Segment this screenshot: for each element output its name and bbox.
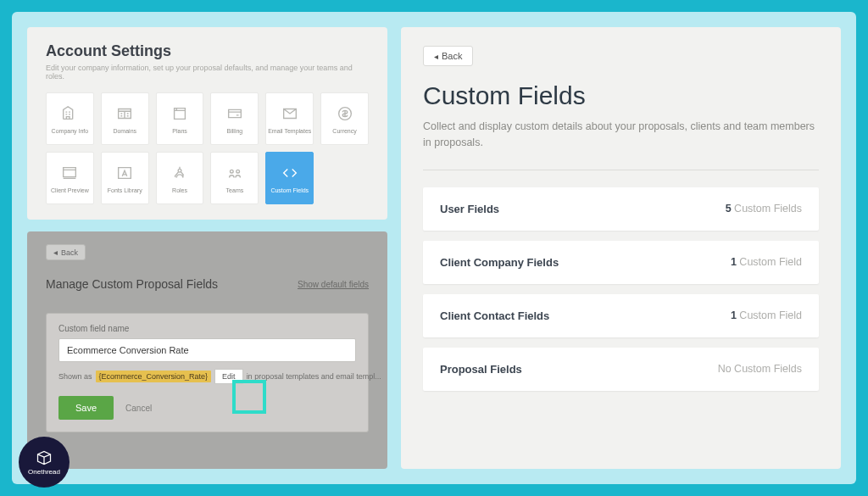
custom-fields-title: Custom Fields (423, 81, 819, 110)
shown-as-suffix: in proposal templates and email templ... (247, 372, 381, 381)
field-name-input[interactable] (58, 338, 356, 362)
logo-text: Onethread (28, 468, 60, 476)
field-tag: {Ecommerce_Conversion_Rate} (96, 371, 212, 382)
tile-label: Client Preview (51, 187, 89, 193)
settings-tile-fonts[interactable]: Fonts Library (101, 152, 149, 204)
settings-tile-code[interactable]: Custom Fields (265, 152, 314, 204)
show-default-fields-link[interactable]: Show default fields (298, 280, 369, 289)
tile-label: Plans (172, 128, 187, 134)
plans-icon (170, 104, 190, 123)
settings-tile-teams[interactable]: Teams (210, 152, 259, 204)
account-settings-panel: Account Settings Edit your company infor… (27, 27, 387, 220)
tile-label: Currency (332, 128, 356, 134)
code-icon (280, 164, 300, 182)
settings-tile-email[interactable]: Email Templates (265, 92, 314, 145)
manage-proposal-fields-panel: Back Manage Custom Proposal Fields Show … (27, 231, 387, 469)
page-subtitle: Edit your company information, set up yo… (46, 64, 369, 81)
edit-button[interactable]: Edit (214, 369, 243, 384)
preview-icon (59, 164, 80, 182)
back-button[interactable]: Back (423, 46, 473, 66)
section-count: No Custom Fields (718, 363, 802, 375)
billing-icon (225, 104, 245, 123)
onethread-logo: Onethread (19, 437, 70, 488)
settings-tile-plans[interactable]: Plans (156, 92, 204, 145)
domain-icon (114, 104, 135, 123)
building-icon (59, 104, 80, 123)
settings-tile-roles[interactable]: Roles (156, 152, 204, 204)
manage-title: Manage Custom Proposal Fields (46, 277, 218, 291)
cancel-button[interactable]: Cancel (125, 404, 152, 413)
custom-fields-subtitle: Collect and display custom details about… (423, 119, 819, 151)
settings-tile-domain[interactable]: Domains (101, 92, 149, 145)
save-button[interactable]: Save (58, 396, 114, 420)
settings-tile-building[interactable]: Company Info (46, 92, 94, 145)
field-shown-as-row: Shown as {Ecommerce_Conversion_Rate} Edi… (58, 369, 356, 384)
custom-field-editor: Custom field name Shown as {Ecommerce_Co… (46, 313, 369, 432)
tile-label: Fonts Library (108, 187, 142, 193)
section-name: User Fields (440, 203, 499, 215)
section-count: 5 Custom Fields (726, 203, 802, 215)
tile-label: Custom Fields (270, 187, 309, 193)
box-icon (36, 449, 53, 466)
settings-tile-preview[interactable]: Client Preview (46, 152, 94, 204)
tile-label: Billing (227, 128, 243, 134)
tile-label: Email Templates (268, 128, 311, 134)
settings-tile-currency[interactable]: Currency (320, 92, 369, 145)
tile-label: Teams (226, 187, 244, 193)
back-button[interactable]: Back (46, 244, 86, 260)
fonts-icon (114, 164, 135, 182)
currency-icon (335, 104, 355, 123)
field-section-row[interactable]: Client Contact Fields1 Custom Field (423, 294, 819, 337)
shown-as-prefix: Shown as (58, 372, 92, 381)
email-icon (280, 104, 300, 123)
field-name-label: Custom field name (58, 324, 356, 333)
tile-label: Company Info (52, 128, 89, 134)
tile-label: Roles (172, 187, 187, 193)
settings-tile-billing[interactable]: Billing (210, 92, 259, 145)
section-count: 1 Custom Field (731, 309, 802, 321)
teams-icon (225, 164, 245, 182)
field-section-row[interactable]: Client Company Fields1 Custom Field (423, 241, 819, 284)
field-sections-list: User Fields5 Custom FieldsClient Company… (423, 187, 819, 391)
tile-label: Domains (113, 128, 136, 134)
page-title: Account Settings (46, 42, 369, 60)
section-name: Proposal Fields (440, 363, 522, 376)
section-name: Client Contact Fields (440, 309, 549, 322)
settings-tile-grid: Company InfoDomainsPlansBillingEmail Tem… (46, 92, 369, 204)
custom-fields-panel: Back Custom Fields Collect and display c… (401, 27, 841, 469)
section-count: 1 Custom Field (731, 256, 802, 268)
field-section-row[interactable]: User Fields5 Custom Fields (423, 187, 819, 231)
divider (423, 170, 819, 170)
field-section-row[interactable]: Proposal FieldsNo Custom Fields (423, 348, 819, 391)
roles-icon (170, 164, 190, 182)
section-name: Client Company Fields (440, 256, 559, 269)
